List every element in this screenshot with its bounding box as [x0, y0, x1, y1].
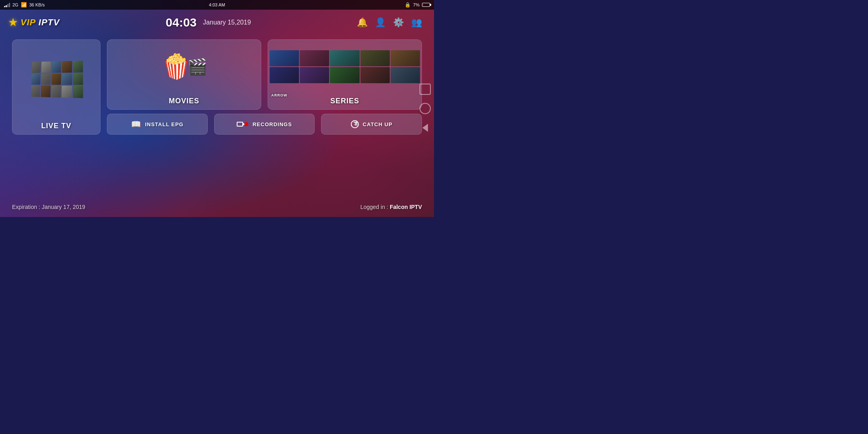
catch-up-label: CATCH UP [363, 121, 393, 127]
network-speed: 36 KB/s [29, 2, 45, 7]
catch-up-card[interactable]: CATCH UP [321, 114, 422, 135]
live-tv-image-area [12, 40, 100, 119]
status-bar: 2G 📶 36 KB/s 4:03 AM 🔒 7% [0, 0, 434, 10]
movies-card[interactable]: 🍿 🎬 MOVIES [107, 39, 261, 110]
circle-button[interactable] [420, 103, 431, 114]
popcorn-icon: 🍿 [161, 55, 191, 79]
settings-icon[interactable]: ⚙️ [393, 17, 404, 28]
logo-text: VIP IPTV [20, 17, 60, 28]
series-image-area: ARROW [268, 40, 422, 94]
series-collage [268, 49, 422, 85]
battery-icon [422, 3, 430, 7]
app-header: ★ VIP IPTV 04:03 January 15,2019 🔔 👤 ⚙️ … [0, 10, 434, 35]
main-card-row: LIVE TV 🍿 🎬 MOVIES [12, 39, 422, 135]
film-reel-icon: 🎬 [187, 59, 207, 75]
recordings-label: RECORDINGS [252, 121, 292, 127]
live-tv-card[interactable]: LIVE TV [12, 39, 100, 135]
epg-icon: 📖 [131, 119, 141, 129]
action-card-row: 📖 INSTALL EPG RECORDINGS [107, 114, 422, 135]
header-center: 04:03 January 15,2019 [166, 16, 251, 29]
status-left: 2G 📶 36 KB/s [4, 2, 45, 8]
switch-profile-icon[interactable]: 👥 [411, 17, 422, 28]
recordings-card[interactable]: RECORDINGS [214, 114, 315, 135]
logo: ★ VIP IPTV [8, 17, 60, 28]
lock-icon: 🔒 [405, 2, 411, 8]
header-icons: 🔔 👤 ⚙️ 👥 [357, 17, 422, 28]
wifi-icon: 📶 [21, 2, 27, 8]
signal-bars-icon [4, 2, 10, 7]
status-time: 4:03 AM [209, 2, 225, 7]
status-right: 🔒 7% [405, 2, 430, 8]
main-content: LIVE TV 🍿 🎬 MOVIES [0, 35, 434, 197]
bell-icon[interactable]: 🔔 [357, 17, 368, 28]
catchup-icon [351, 120, 359, 128]
series-card[interactable]: ARROW SERIES [268, 39, 422, 110]
live-tv-label: LIVE TV [12, 119, 100, 134]
username: Falcon IPTV [390, 204, 422, 210]
back-button[interactable] [420, 122, 431, 133]
filmstrip-graphic [31, 61, 83, 98]
battery-percent: 7% [413, 2, 420, 7]
square-button[interactable] [420, 84, 431, 95]
logged-in-text: Logged in : Falcon IPTV [360, 204, 422, 210]
profile-icon[interactable]: 👤 [375, 17, 386, 28]
network-type-badge: 2G [12, 2, 18, 7]
movies-image-area: 🍿 🎬 [107, 40, 261, 94]
footer: Expiration : January 17, 2019 Logged in … [0, 197, 434, 217]
header-date: January 15,2019 [203, 19, 251, 26]
expiration-text: Expiration : January 17, 2019 [12, 204, 85, 210]
series-label: SERIES [268, 94, 422, 109]
header-time: 04:03 [166, 16, 197, 29]
movies-label: MOVIES [107, 94, 261, 109]
install-epg-card[interactable]: 📖 INSTALL EPG [107, 114, 208, 135]
arrow-badge: ARROW [271, 93, 287, 94]
star-icon: ★ [8, 17, 18, 28]
recording-icon [237, 122, 248, 127]
install-epg-label: INSTALL EPG [145, 121, 184, 127]
side-navigation [420, 84, 431, 133]
